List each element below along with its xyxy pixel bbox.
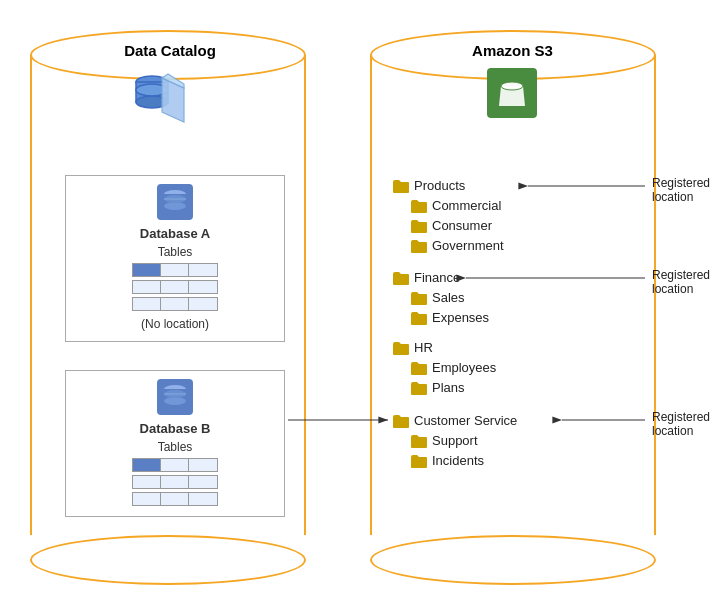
registered-location-customer-service: Registered location — [652, 410, 710, 438]
catalog-icon — [130, 70, 190, 128]
folder-sales: Sales — [410, 290, 465, 305]
folder-support-icon — [410, 434, 428, 448]
folder-commercial: Commercial — [410, 198, 501, 213]
s3-icon — [487, 68, 537, 121]
db-b-tables-label: Tables — [76, 440, 274, 454]
database-a-box: Database A Tables (No location) — [65, 175, 285, 342]
registered-location-products: Registered location — [652, 176, 710, 204]
folder-support: Support — [410, 433, 478, 448]
folder-consumer: Consumer — [410, 218, 492, 233]
db-a-title: Database A — [76, 226, 274, 241]
folder-hr-icon — [392, 341, 410, 355]
database-b-box: Database B Tables — [65, 370, 285, 517]
left-cylinder-title: Data Catalog — [50, 42, 290, 59]
table-row — [132, 492, 218, 506]
folder-expenses: Expenses — [410, 310, 489, 325]
svg-point-15 — [164, 397, 186, 405]
folder-plans: Plans — [410, 380, 465, 395]
folder-sales-icon — [410, 291, 428, 305]
db-b-icon — [157, 379, 193, 415]
folder-customer-service-icon — [392, 414, 410, 428]
table-row — [132, 280, 218, 294]
folder-commercial-icon — [410, 199, 428, 213]
left-cylinder-bottom — [30, 535, 306, 585]
table-row — [132, 475, 218, 489]
db-a-icon — [157, 184, 193, 220]
folder-incidents: Incidents — [410, 453, 484, 468]
db-a-no-location: (No location) — [76, 317, 274, 331]
table-row — [132, 297, 218, 311]
db-b-title: Database B — [76, 421, 274, 436]
folder-finance: Finance — [392, 270, 460, 285]
folder-government: Government — [410, 238, 504, 253]
right-cylinder-bottom — [370, 535, 656, 585]
folder-expenses-icon — [410, 311, 428, 325]
folder-government-icon — [410, 239, 428, 253]
folder-employees-icon — [410, 361, 428, 375]
folder-products: Products — [392, 178, 465, 193]
diagram-container: Data Catalog Database A Tables — [0, 0, 727, 602]
folder-employees: Employees — [410, 360, 496, 375]
db-a-table-grid — [76, 263, 274, 311]
folder-incidents-icon — [410, 454, 428, 468]
folder-consumer-icon — [410, 219, 428, 233]
right-cylinder-title: Amazon S3 — [385, 42, 640, 59]
svg-point-9 — [164, 202, 186, 210]
folder-customer-service: Customer Service — [392, 413, 517, 428]
table-row — [132, 263, 218, 277]
table-row — [132, 458, 218, 472]
folder-finance-icon — [392, 271, 410, 285]
folder-plans-icon — [410, 381, 428, 395]
registered-location-finance: Registered location — [652, 268, 710, 296]
db-b-table-grid — [76, 458, 274, 506]
folder-hr: HR — [392, 340, 433, 355]
db-a-tables-label: Tables — [76, 245, 274, 259]
folder-products-icon — [392, 179, 410, 193]
